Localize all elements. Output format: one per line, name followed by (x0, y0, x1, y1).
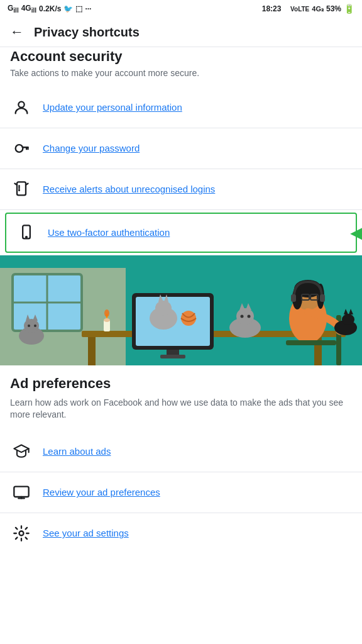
twitter-icon: 🐦 (63, 4, 73, 13)
phone-alert-icon (10, 178, 33, 201)
page-title: Privacy shortcuts (34, 25, 140, 40)
status-bar: Gill 4Gill 0.2K/s 🐦 ⬚ ··· 18:23 VoLTE 4G… (0, 0, 362, 18)
svg-point-41 (248, 314, 251, 318)
menu-item-review-ad-prefs[interactable]: Review your ad preferences (0, 472, 362, 513)
menu-item-unrecognised-logins[interactable]: Receive alerts about unrecognised logins (0, 169, 362, 210)
svg-rect-50 (291, 294, 296, 302)
svg-point-68 (19, 531, 24, 535)
svg-rect-25 (88, 337, 96, 365)
person-icon (10, 96, 33, 119)
account-security-description: Take actions to make your account more s… (10, 68, 199, 78)
personal-info-label: Update your personal information (43, 102, 352, 113)
svg-rect-35 (160, 355, 185, 358)
menu-item-see-ad-settings[interactable]: See your ad settings (0, 513, 362, 553)
more-dots: ··· (85, 4, 91, 13)
learn-about-ads-label: Learn about ads (43, 446, 352, 457)
svg-point-40 (241, 314, 244, 318)
svg-point-0 (18, 101, 24, 107)
svg-point-19 (24, 319, 39, 333)
svg-marker-63 (14, 445, 28, 452)
status-right: 18:23 VoLTE 4G₂ 53% 🔋 (262, 4, 354, 14)
menu-item-learn-about-ads[interactable]: Learn about ads (0, 431, 362, 472)
security-menu-list: Update your personal information Change … (0, 87, 362, 253)
svg-point-30 (155, 301, 172, 316)
ad-preferences-illustration (0, 255, 362, 365)
svg-point-62 (104, 309, 109, 317)
menu-item-personal-info[interactable]: Update your personal information (0, 87, 362, 128)
svg-rect-51 (320, 294, 325, 302)
svg-rect-65 (14, 486, 28, 496)
battery-icon: 🔋 (344, 4, 354, 14)
battery-percent: 53% (326, 4, 341, 13)
svg-rect-52 (286, 340, 336, 345)
time: 18:23 (262, 4, 282, 13)
notifications-icon: ⬚ (75, 4, 82, 13)
svg-point-37 (236, 308, 254, 325)
svg-point-11 (26, 236, 27, 238)
status-left: Gill 4Gill 0.2K/s 🐦 ⬚ ··· (8, 4, 91, 14)
menu-item-two-factor[interactable]: Use two-factor authentication (5, 213, 357, 253)
menu-item-change-password[interactable]: Change your password (0, 128, 362, 169)
review-ad-prefs-label: Review your ad preferences (43, 487, 352, 497)
signal-gsm: Gill (8, 4, 19, 14)
main-content: Account security Take actions to make yo… (0, 47, 362, 553)
volte-icon: VoLTE (290, 6, 309, 13)
4g2-icon: 4G₂ (312, 5, 324, 13)
data-speed: 0.2K/s (39, 4, 61, 13)
monitor-icon (10, 481, 33, 504)
signal-4g: 4Gill (21, 4, 36, 14)
svg-point-33 (181, 311, 196, 326)
settings-icon (10, 522, 33, 545)
unrecognised-logins-label: Receive alerts about unrecognised logins (43, 184, 352, 194)
see-ad-settings-label: See your ad settings (43, 528, 352, 538)
svg-point-60 (104, 318, 110, 322)
header: ← Privacy shortcuts (0, 18, 362, 47)
ad-preferences-title: Ad preferences (10, 375, 352, 392)
svg-rect-5 (17, 182, 26, 195)
key-icon (10, 137, 33, 160)
two-factor-wrapper: Use two-factor authentication ◀ (0, 213, 362, 253)
back-button[interactable]: ← (10, 24, 24, 40)
account-security-desc-wrapper: Take actions to make your account more s… (0, 67, 362, 87)
account-security-partial-title: Account security (0, 47, 362, 67)
ad-preferences-description: Learn how ads work on Facebook and how w… (10, 397, 352, 421)
svg-point-56 (342, 314, 354, 325)
change-password-label: Change your password (43, 143, 352, 153)
svg-point-23 (34, 325, 36, 327)
two-factor-label: Use two-factor authentication (48, 227, 347, 238)
ad-menu-list: Learn about ads Review your ad preferenc… (0, 431, 362, 553)
svg-point-22 (28, 325, 30, 327)
ad-preferences-section: Ad preferences Learn how ads work on Fac… (0, 365, 362, 426)
graduation-icon (10, 440, 33, 463)
svg-point-1 (16, 145, 23, 152)
phone-icon (15, 221, 38, 244)
